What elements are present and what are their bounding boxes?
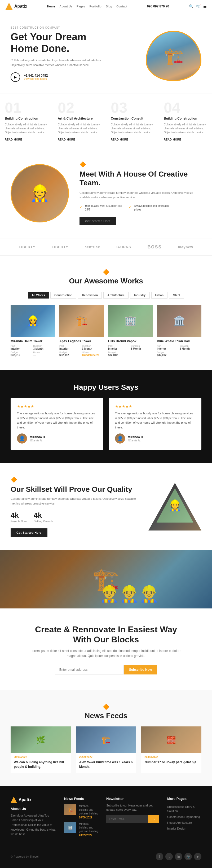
skills-title: Our Skillset Will Prove Our Quality xyxy=(10,485,138,494)
stat-label-1: Projects Done xyxy=(10,520,27,523)
testimonials-section: Happy Users Says ★★★★★ The average natio… xyxy=(0,370,212,463)
footer-about-text: Eirc Mour Advanced Ultra Top Smart Leade… xyxy=(10,813,56,837)
stars-1: ★★★★★ xyxy=(17,404,97,408)
service-num-1: 01 xyxy=(5,100,48,115)
service-title-1: Building Construction xyxy=(5,117,48,120)
brand-cairns: CAIRNS xyxy=(116,245,131,249)
footer-copyright: © Powered by Thevel xyxy=(10,855,38,858)
footer-bottom: © Powered by Thevel f t in 📷 ▶ xyxy=(10,848,202,860)
service-read-2[interactable]: READ MORE xyxy=(58,138,75,141)
news-img-2: 🏗️ xyxy=(76,726,136,753)
team-cta-button[interactable]: Get Started Here xyxy=(80,217,116,225)
footer-newsletter-title: Newsletter xyxy=(106,797,159,801)
nav-portfolio[interactable]: Portfolio xyxy=(90,5,101,8)
social-youtube[interactable]: ▶ xyxy=(194,853,202,860)
team-feature-1: ✓ High quality work & support like 24/7 xyxy=(80,204,122,212)
filter-steel[interactable]: Steel xyxy=(169,291,184,299)
logo-text: Apatix xyxy=(14,4,27,9)
newsletter-submit-button[interactable]: → xyxy=(148,815,159,823)
testimonials-grid: ★★★★★ The average national hourly rate f… xyxy=(10,398,202,450)
service-read-3[interactable]: READ MORE xyxy=(111,138,128,141)
social-instagram[interactable]: 📷 xyxy=(184,853,192,860)
stats-row: 4k Projects Done 4k Getting Rewards xyxy=(10,511,138,523)
work-img-1: 👷‍♀️ xyxy=(10,305,55,337)
work-name-1: Miranda Halim Tower xyxy=(10,339,55,343)
author-name-1: Miranda H. xyxy=(30,435,46,439)
news-headline-2: Alex tower build time was 1 Years 6 Mont… xyxy=(79,760,133,769)
social-facebook[interactable]: f xyxy=(156,853,163,860)
search-icon[interactable]: 🔍 xyxy=(189,4,193,8)
filter-construction[interactable]: Construction xyxy=(50,291,76,299)
cta-email-input[interactable] xyxy=(55,665,124,675)
nav-home[interactable]: Home xyxy=(47,5,55,8)
skills-description: Collaboratively administrate turnkey cha… xyxy=(10,497,138,506)
footer-link-4[interactable]: Interior Design xyxy=(167,827,186,830)
news-card-2: 🏗️ 20/09/2022 Alex tower build time was … xyxy=(76,726,136,773)
footer-news-col: News Feeds 🏗️ Miranda building and golce… xyxy=(64,797,98,840)
news-icon: 🔶 xyxy=(10,704,202,710)
service-read-1[interactable]: READ MORE xyxy=(5,138,22,141)
footer-link-1[interactable]: Successcase Story & Solution xyxy=(167,805,195,813)
service-num-2: 02 xyxy=(58,100,101,115)
cta-section: Create & Rennovate In Easiest Way With O… xyxy=(0,609,212,690)
footer-about-title: About Us xyxy=(10,807,56,811)
cta-form: Subscribe Now xyxy=(27,665,185,675)
team-content: 🔶 Meet With A House Of Creative Team. Co… xyxy=(80,161,202,225)
skills-section: 🔶 Our Skillset Will Prove Our Quality Co… xyxy=(0,463,212,550)
filter-industry[interactable]: Industry xyxy=(130,291,149,299)
service-num-3: 03 xyxy=(111,100,154,115)
newsletter-email-input[interactable] xyxy=(106,815,148,823)
nav-pages[interactable]: Pages xyxy=(77,5,85,8)
banner-workers-icon: 👷‍♂️👷‍♂️👷‍♂️ xyxy=(99,584,159,603)
service-read-4[interactable]: READ MORE xyxy=(164,138,181,141)
hero-actions: ▶ +1 541 414 0482 View working hours xyxy=(10,72,106,82)
filter-architecture[interactable]: Architecture xyxy=(103,291,128,299)
service-title-4: Building Construction xyxy=(164,117,207,120)
author-avatar-2: 👤 xyxy=(115,433,125,443)
skills-left: 🔶 Our Skillset Will Prove Our Quality Co… xyxy=(10,476,138,537)
nav-about[interactable]: About Us xyxy=(59,5,72,8)
filter-urban[interactable]: Urban xyxy=(151,291,168,299)
news-img-1: 🌿 xyxy=(10,726,71,753)
filter-all[interactable]: All Works xyxy=(28,291,49,299)
social-linkedin[interactable]: in xyxy=(175,853,182,860)
works-icon: 🔶 xyxy=(10,269,202,275)
nav-blog[interactable]: Blog xyxy=(106,5,112,8)
nav-logo[interactable]: Apatix xyxy=(5,3,27,10)
testimonial-text-1: The average national hourly rate for hou… xyxy=(17,411,97,430)
contact-info: +1 541 414 0482 View working hours xyxy=(24,74,48,80)
nav-contact[interactable]: Contact xyxy=(116,5,127,8)
construction-banner: 🏗️ 👷‍♂️👷‍♂️👷‍♂️ xyxy=(0,550,212,609)
footer-news-date-1: 20/09/2022 xyxy=(79,816,98,819)
filter-renovation[interactable]: Renovation xyxy=(78,291,102,299)
skills-icon: 🔶 xyxy=(10,476,138,483)
stat-1: 4k Projects Done xyxy=(10,511,27,523)
footer-more-pages-title: More Pages xyxy=(167,797,202,801)
feature1-icon: ✓ xyxy=(80,205,83,210)
footer-link-3[interactable]: House Architecture xyxy=(167,821,192,824)
footer-link-2[interactable]: Construction Engineering xyxy=(167,815,200,818)
skills-cta-button[interactable]: Get Started Here xyxy=(10,528,48,537)
social-twitter[interactable]: t xyxy=(165,853,173,860)
working-hours-link[interactable]: View working hours xyxy=(24,78,48,80)
news-header: 🔶 News Feeds xyxy=(10,704,202,720)
work-name-4: Blue Whale Town Hall xyxy=(157,339,202,343)
cart-icon[interactable]: 🛒 xyxy=(196,4,201,8)
brands-section: LIBERTY LIBERTY centrick CAIRNS boss may… xyxy=(0,239,212,255)
testimonials-title: Happy Users Says xyxy=(10,383,202,392)
author-sig-1: Miranda H. xyxy=(30,439,46,442)
cta-subscribe-button[interactable]: Subscribe Now xyxy=(124,665,157,675)
news-img-3: 🧱 xyxy=(141,726,202,753)
footer-more-pages-col: More Pages Successcase Story & Solution … xyxy=(167,797,202,840)
work-card-4: 🏛️ Blue Whale Town Hall PartInterior Dur… xyxy=(157,305,202,356)
team-features: ✓ High quality work & support like 24/7 … xyxy=(80,204,202,212)
news-card-1: 🌿 20/09/2022 We can building anything li… xyxy=(10,726,71,773)
play-button[interactable]: ▶ xyxy=(10,72,20,82)
work-meta-2: PartInterior Duration3 Month Budget$32,0… xyxy=(59,345,104,356)
cta-description: Lorem ipsum dolor sit amet consectetur a… xyxy=(27,649,185,658)
footer-logo: Apatix xyxy=(10,797,56,803)
stars-2: ★★★★★ xyxy=(115,404,195,408)
menu-icon[interactable]: ☰ xyxy=(203,4,207,8)
nav-phone: 090 097 876 70 xyxy=(147,4,169,8)
footer-more-pages-list: Successcase Story & Solution Constructio… xyxy=(167,804,202,830)
